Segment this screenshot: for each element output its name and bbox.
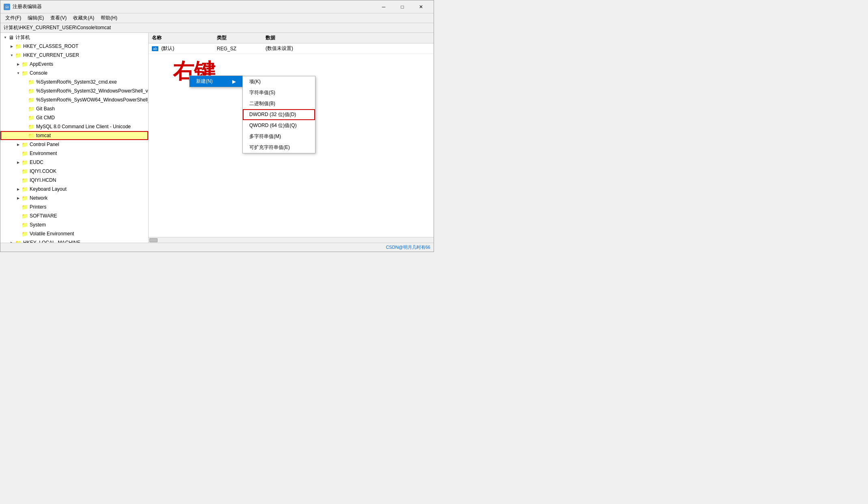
tree-item-label-keyboard: Keyboard Layout [30,186,67,192]
folder-icon-ps2: 📁 [28,97,35,103]
tree-item-ps1[interactable]: 📁%SystemRoot%_System32_WindowsPowerShell… [0,86,148,95]
tree-item-gitcmd[interactable]: 📁Git CMD [0,113,148,122]
tree-item-label-software: SOFTWARE [30,213,57,219]
folder-icon-cmd: 📁 [28,79,35,85]
tree-item-network[interactable]: ▶📁Network [0,194,148,202]
right-panel: 名称 类型 数据 ab (默认) REG_SZ (数值未设置) 右键 新建(N)… [149,33,434,243]
tree-item-iqiyi_cook[interactable]: 📁IQIYI.COOK [0,167,148,176]
folder-icon-gitbash: 📁 [28,106,35,112]
folder-icon-printers: 📁 [22,204,28,210]
submenu-item-multistring[interactable]: 多字符串值(M) [243,131,315,142]
submenu-item-dword[interactable]: DWORD (32 位)值(D) [243,109,315,120]
tree-item-label-mysql: MySQL 8.0 Command Line Client - Unicode [36,124,131,129]
tree-item-gitbash[interactable]: 📁Git Bash [0,104,148,113]
tree-item-hkcr[interactable]: ▶📁HKEY_CLASSES_ROOT [0,42,148,51]
tree-item-label-ps2: %SystemRoot%_SysWOW64_WindowsPowerShell_… [36,97,149,103]
tree-item-label-cmd: %SystemRoot%_System32_cmd.exe [36,79,117,85]
submenu-item-project[interactable]: 项(K) [243,76,315,87]
folder-icon-environment: 📁 [22,151,28,157]
expand-icon-computer[interactable]: ▼ [2,34,9,41]
tree-item-controlpanel[interactable]: ▶📁Control Panel [0,140,148,149]
folder-icon-hkcr: 📁 [15,43,22,50]
tree-item-label-computer: 计算机 [15,34,30,41]
scroll-thumb[interactable] [149,238,158,242]
folder-icon-eudc: 📁 [22,159,28,166]
tree-item-iqiyi_hcdn[interactable]: 📁IQIYI.HCDN [0,176,148,185]
tree-item-system[interactable]: 📁System [0,220,148,229]
expand-icon-network[interactable]: ▶ [15,195,22,201]
title-bar: 🗂 注册表编辑器 ─ □ ✕ [0,0,434,13]
submenu-item-string[interactable]: 字符串值(S) [243,87,315,98]
tree-item-eudc[interactable]: ▶📁EUDC [0,158,148,167]
app-title: 注册表编辑器 [13,3,42,10]
tree-item-label-gitbash: Git Bash [36,106,55,112]
tree-item-keyboard[interactable]: ▶📁Keyboard Layout [0,185,148,194]
menu-bar: 文件(F)编辑(E)查看(V)收藏夹(A)帮助(H) [0,13,434,23]
tree-item-label-eudc: EUDC [30,159,43,165]
folder-icon-system: 📁 [22,222,28,228]
row-type: REG_SZ [217,46,266,52]
expand-icon-keyboard[interactable]: ▶ [15,186,22,192]
minimize-button[interactable]: ─ [374,0,393,13]
tree-item-software[interactable]: 📁SOFTWARE [0,211,148,220]
tree-item-ps2[interactable]: 📁%SystemRoot%_SysWOW64_WindowsPowerShell… [0,95,148,104]
tree-item-tomcat[interactable]: 📁tomcat [0,131,148,140]
tree-item-hkcu[interactable]: ▼📁HKEY_CURRENT_USER [0,51,148,60]
col-header-type: 类型 [217,34,266,41]
submenu-item-binary[interactable]: 二进制值(B) [243,98,315,109]
menu-item-f[interactable]: 文件(F) [2,14,24,22]
tree-item-label-ps1: %SystemRoot%_System32_WindowsPowerShell_… [36,88,149,94]
tree-item-environment[interactable]: 📁Environment [0,149,148,158]
breadcrumb-text: 计算机\HKEY_CURRENT_USER\Console\tomcat [4,24,111,31]
status-bar: CSDN@明月几时有66 [0,243,434,252]
close-button[interactable]: ✕ [412,0,430,13]
new-menu-item[interactable]: 新建(N) ▶ [190,76,242,87]
menu-item-e[interactable]: 编辑(E) [24,14,47,22]
tree-item-volatile[interactable]: 📁Volatile Environment [0,229,148,238]
tree-item-label-system: System [30,222,46,228]
expand-icon-console[interactable]: ▼ [15,70,22,76]
folder-icon-hklm: 📁 [15,240,22,243]
expand-icon-appevents[interactable]: ▶ [15,61,22,67]
submenu-item-expandstring[interactable]: 可扩充字符串值(E) [243,142,315,153]
tree-item-label-hkcu: HKEY_CURRENT_USER [23,52,79,58]
tree-item-label-hklm: HKEY_LOCAL_MACHINE [23,240,80,243]
folder-icon-controlpanel: 📁 [22,142,28,148]
expand-icon-hklm[interactable]: ▶ [9,239,15,243]
submenu: 项(K) 字符串值(S) 二进制值(B) DWORD (32 位)值(D) QW… [242,76,315,153]
row-data: (数值未设置) [266,45,430,52]
tree-item-cmd[interactable]: 📁%SystemRoot%_System32_cmd.exe [0,78,148,86]
folder-icon-iqiyi_cook: 📁 [22,168,28,174]
expand-icon-hkcr[interactable]: ▶ [9,43,15,50]
tree-item-label-hkcr: HKEY_CLASSES_ROOT [23,43,78,49]
tree-item-printers[interactable]: 📁Printers [0,202,148,211]
folder-icon-computer: 🖥 [9,34,14,41]
expand-icon-eudc[interactable]: ▶ [15,159,22,166]
submenu-item-qword[interactable]: QWORD (64 位)值(Q) [243,120,315,131]
menu-item-h[interactable]: 帮助(H) [97,14,121,22]
folder-icon-network: 📁 [22,195,28,201]
folder-icon-appevents: 📁 [22,61,28,67]
default-label: (默认) [161,45,174,51]
maximize-button[interactable]: □ [393,0,412,13]
submenu-arrow-icon: ▶ [232,79,236,84]
horizontal-scrollbar[interactable] [149,237,434,243]
expand-icon-hkcu[interactable]: ▼ [9,52,15,58]
tree-item-appevents[interactable]: ▶📁AppEvents [0,60,148,69]
tree-item-label-printers: Printers [30,204,46,210]
tree-item-mysql[interactable]: 📁MySQL 8.0 Command Line Client - Unicode [0,122,148,131]
registry-row[interactable]: ab (默认) REG_SZ (数值未设置) [149,43,434,54]
menu-item-v[interactable]: 查看(V) [47,14,70,22]
tree-item-hklm[interactable]: ▶📁HKEY_LOCAL_MACHINE [0,238,148,243]
tree-item-label-gitcmd: Git CMD [36,115,55,121]
expand-icon-controlpanel[interactable]: ▶ [15,141,22,148]
tree-item-label-iqiyi_hcdn: IQIYI.HCDN [30,177,56,183]
folder-icon-hkcu: 📁 [15,52,22,58]
ab-badge: ab [152,46,158,51]
tree-item-console[interactable]: ▼📁Console [0,69,148,78]
breadcrumb: 计算机\HKEY_CURRENT_USER\Console\tomcat [0,23,434,33]
folder-icon-console: 📁 [22,70,28,76]
menu-item-a[interactable]: 收藏夹(A) [70,14,97,22]
tree-item-label-volatile: Volatile Environment [30,231,74,237]
tree-item-computer[interactable]: ▼🖥计算机 [0,33,148,42]
